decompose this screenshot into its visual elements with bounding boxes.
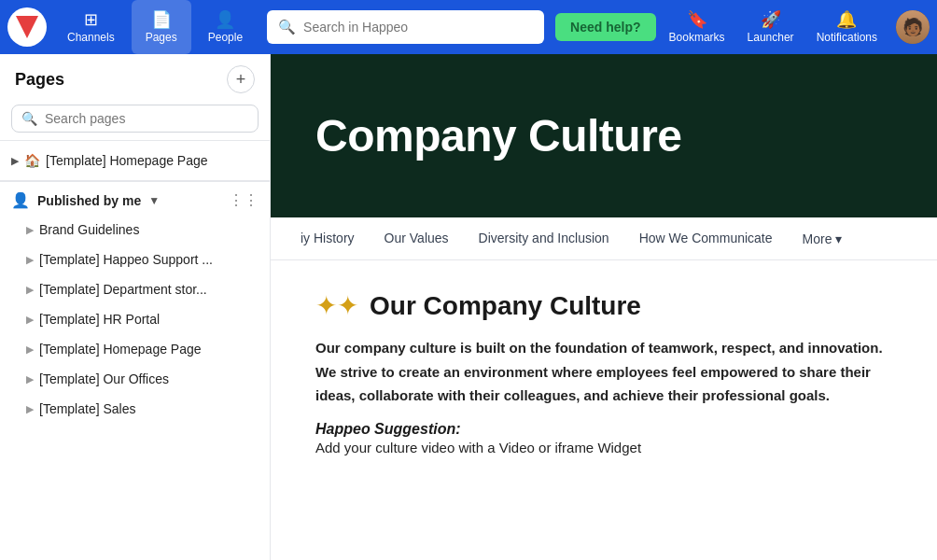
tab-communicate[interactable]: How We Communicate bbox=[624, 217, 788, 260]
page-label: [Template] Happeo Support ... bbox=[39, 252, 213, 267]
launcher-label: Launcher bbox=[748, 31, 794, 44]
main-layout: Pages + 🔍 ▶ 🏠 [Template] Homepage Page 👤… bbox=[0, 54, 937, 560]
global-search-input[interactable] bbox=[303, 20, 533, 35]
tab-history[interactable]: iy History bbox=[286, 217, 370, 260]
tree-item-homepage[interactable]: ▶ 🏠 [Template] Homepage Page bbox=[0, 147, 270, 175]
main-content-body: ✦✦ Our Company Culture Our company cultu… bbox=[271, 260, 937, 560]
search-icon: 🔍 bbox=[278, 19, 296, 35]
content-area: Company Culture iy History Our Values Di… bbox=[271, 54, 937, 560]
list-item[interactable]: ▶ [Template] Homepage Page bbox=[0, 334, 270, 364]
bookmarks-icon: 🔖 bbox=[687, 11, 707, 28]
sidebar-add-button[interactable]: + bbox=[227, 65, 255, 93]
page-label: Brand Guidelines bbox=[39, 222, 139, 237]
tree-item-homepage-label: [Template] Homepage Page bbox=[46, 153, 208, 168]
tab-diversity[interactable]: Diversity and Inclusion bbox=[464, 217, 624, 260]
launcher-icon: 🚀 bbox=[761, 11, 781, 28]
nav-item-channels[interactable]: ⊞ Channels bbox=[54, 0, 128, 54]
home-icon: 🏠 bbox=[24, 153, 40, 168]
suggestion-label: Happeo Suggestion: bbox=[315, 421, 892, 438]
channels-icon: ⊞ bbox=[84, 11, 98, 28]
page-label: [Template] Department stor... bbox=[39, 282, 207, 297]
nav-right-actions: 🔖 Bookmarks 🚀 Launcher 🔔 Notifications 🧑… bbox=[660, 10, 930, 44]
sidebar-search-input[interactable] bbox=[45, 111, 248, 126]
sidebar-header: Pages + bbox=[0, 54, 270, 101]
sidebar: Pages + 🔍 ▶ 🏠 [Template] Homepage Page 👤… bbox=[0, 54, 271, 560]
chevron-down-icon: ▾ bbox=[835, 231, 842, 246]
top-navigation: ⊞ Channels 📄 Pages 👤 People 🔍 Need help?… bbox=[0, 0, 937, 54]
nav-action-bookmarks[interactable]: 🔖 Bookmarks bbox=[660, 11, 734, 44]
people-icon: 👤 bbox=[215, 11, 235, 28]
app-logo[interactable] bbox=[7, 7, 47, 47]
nav-action-notifications[interactable]: 🔔 Notifications bbox=[807, 11, 887, 44]
list-item[interactable]: ▶ [Template] Department stor... bbox=[0, 274, 270, 304]
tab-more-label: More bbox=[803, 231, 832, 246]
hero-banner: Company Culture bbox=[271, 54, 937, 217]
page-label: [Template] Homepage Page bbox=[39, 342, 202, 357]
avatar-image: 🧑🏾 bbox=[896, 10, 930, 44]
notifications-icon: 🔔 bbox=[836, 11, 857, 28]
sidebar-tree: ▶ 🏠 [Template] Homepage Page bbox=[0, 141, 270, 180]
user-avatar[interactable]: 🧑🏾 bbox=[896, 10, 930, 44]
sidebar-search-icon: 🔍 bbox=[21, 111, 37, 126]
page-label: [Template] Our Offices bbox=[39, 371, 169, 386]
pages-label: Pages bbox=[146, 31, 177, 44]
tab-values[interactable]: Our Values bbox=[370, 217, 464, 260]
hero-title: Company Culture bbox=[315, 110, 682, 161]
list-item[interactable]: ▶ [Template] Happeo Support ... bbox=[0, 245, 270, 274]
list-item[interactable]: ▶ [Template] HR Portal bbox=[0, 304, 270, 334]
tab-bar: iy History Our Values Diversity and Incl… bbox=[271, 217, 937, 260]
person-icon: 👤 bbox=[11, 191, 30, 209]
page-label: [Template] Sales bbox=[39, 401, 136, 416]
list-item[interactable]: ▶ [Template] Our Offices bbox=[0, 364, 270, 394]
published-label: Published by me bbox=[37, 193, 141, 208]
page-label: [Template] HR Portal bbox=[39, 312, 160, 327]
content-body-text: Our company culture is built on the foun… bbox=[315, 336, 892, 408]
global-search-bar: 🔍 bbox=[267, 10, 544, 44]
sidebar-title: Pages bbox=[15, 70, 64, 90]
channels-label: Channels bbox=[67, 31, 115, 44]
people-label: People bbox=[208, 31, 243, 44]
page-arrow-icon: ▶ bbox=[26, 284, 34, 296]
page-arrow-icon: ▶ bbox=[26, 224, 34, 236]
content-heading-row: ✦✦ Our Company Culture bbox=[315, 290, 892, 321]
nav-item-pages[interactable]: 📄 Pages bbox=[132, 0, 191, 54]
pages-icon: 📄 bbox=[151, 11, 172, 28]
page-arrow-icon: ▶ bbox=[26, 314, 34, 326]
page-arrow-icon: ▶ bbox=[26, 254, 34, 266]
page-arrow-icon: ▶ bbox=[26, 373, 34, 385]
dots-menu-icon[interactable]: ⋮⋮ bbox=[229, 191, 259, 209]
list-item[interactable]: ▶ Brand Guidelines bbox=[0, 215, 270, 245]
page-arrow-icon: ▶ bbox=[26, 403, 34, 415]
page-arrow-icon: ▶ bbox=[26, 343, 34, 356]
list-item[interactable]: ▶ [Template] Sales bbox=[0, 394, 270, 424]
published-left: 👤 Published by me ▼ bbox=[11, 191, 160, 209]
need-help-button[interactable]: Need help? bbox=[555, 13, 655, 41]
tree-arrow-icon: ▶ bbox=[11, 155, 19, 167]
nav-action-launcher[interactable]: 🚀 Launcher bbox=[738, 11, 804, 44]
content-heading: Our Company Culture bbox=[370, 291, 641, 321]
chevron-down-icon: ▼ bbox=[148, 194, 160, 207]
bookmarks-label: Bookmarks bbox=[669, 31, 725, 44]
sidebar-search-container: 🔍 bbox=[11, 105, 259, 133]
notifications-label: Notifications bbox=[817, 31, 877, 44]
published-section: 👤 Published by me ▼ ⋮⋮ ▶ Brand Guideline… bbox=[0, 181, 270, 560]
suggestion-text: Add your culture video with a Video or i… bbox=[315, 440, 892, 455]
content-body-strong: Our company culture is built on the foun… bbox=[315, 340, 883, 403]
sparkle-icon: ✦✦ bbox=[315, 290, 358, 321]
published-header[interactable]: 👤 Published by me ▼ ⋮⋮ bbox=[0, 182, 270, 215]
tab-more[interactable]: More ▾ bbox=[791, 218, 854, 259]
nav-item-people[interactable]: 👤 People bbox=[195, 0, 256, 54]
